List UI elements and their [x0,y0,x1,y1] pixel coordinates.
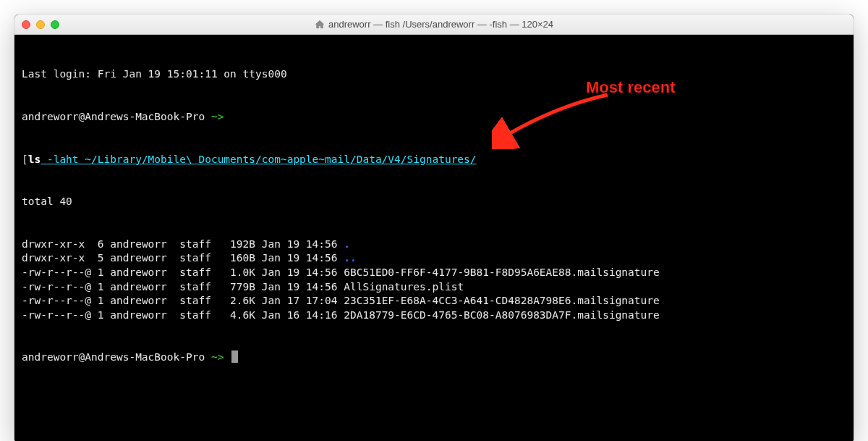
owner: andreworr [104,295,167,306]
owner: andreworr [104,281,167,293]
size: 2.6K [211,295,255,306]
links: 1 [91,295,103,306]
cmd-flags: -laht [41,154,85,165]
total-line: total 40 [22,195,846,209]
prompt-line-1: andreworr@Andrews-MacBook-Pro ~> [22,110,846,125]
perm: -rw-r--r--@ [22,309,91,321]
date: Jan 17 17:04 [255,295,344,306]
prompt-user-host: andreworr@Andrews-MacBook-Pro [22,111,205,122]
window-title-text: andreworr — fish /Users/andreworr — -fis… [328,19,553,30]
date: Jan 19 14:56 [255,266,344,278]
maximize-button[interactable] [51,20,59,29]
date: Jan 19 14:56 [255,252,344,264]
terminal-body[interactable]: Last login: Fri Jan 19 15:01:11 on ttys0… [14,35,854,441]
prompt-line-2[interactable]: andreworr@Andrews-MacBook-Pro ~> [22,350,846,365]
group: staff [167,309,211,321]
perm: drwxr-xr-x [22,252,91,264]
perm: -rw-r--r--@ [22,266,91,278]
links: 6 [91,238,103,250]
filename: 6BC51ED0-FF6F-4177-9B81-F8D95A6EAE88.mai… [344,266,660,278]
perm: -rw-r--r--@ [22,295,91,306]
minimize-button[interactable] [36,20,45,29]
ls-output: drwxr-xr-x 6 andreworr staff 192B Jan 19… [22,238,846,322]
window-title: andreworr — fish /Users/andreworr — -fis… [14,19,854,30]
cmd-ls: ls [28,154,41,165]
titlebar[interactable]: andreworr — fish /Users/andreworr — -fis… [14,14,854,35]
size: 1.0K [211,266,255,278]
filename: 23C351EF-E68A-4CC3-A641-CD4828A798E6.mai… [344,295,660,306]
date: Jan 16 14:16 [255,309,344,321]
cursor [231,350,238,363]
prompt-path-2: ~ [211,351,218,363]
date: Jan 19 14:56 [255,281,344,293]
last-login-line: Last login: Fri Jan 19 15:01:11 on ttys0… [22,67,846,82]
ls-row: drwxr-xr-x 6 andreworr staff 192B Jan 19… [22,238,846,252]
ls-row: -rw-r--r--@ 1 andreworr staff 779B Jan 1… [22,280,846,295]
owner: andreworr [104,252,167,264]
owner: andreworr [104,266,167,278]
perm: drwxr-xr-x [22,238,91,250]
home-icon [315,20,325,30]
owner: andreworr [104,238,167,250]
links: 5 [91,252,103,264]
command-line: [ls -laht ~/Library/Mobile\ Documents/co… [22,153,846,167]
close-button[interactable] [22,20,30,29]
links: 1 [91,309,103,321]
size: 779B [211,281,255,293]
links: 1 [91,266,103,278]
ls-row: -rw-r--r--@ 1 andreworr staff 4.6K Jan 1… [22,308,846,323]
ls-row: drwxr-xr-x 5 andreworr staff 160B Jan 19… [22,251,846,266]
filename: .. [344,252,356,264]
ls-row: -rw-r--r--@ 1 andreworr staff 2.6K Jan 1… [22,294,846,308]
ls-row: -rw-r--r--@ 1 andreworr staff 1.0K Jan 1… [22,266,846,280]
group: staff [167,266,211,278]
prompt-path: ~ [211,111,218,122]
group: staff [167,281,211,293]
cmd-path: ~/Library/Mobile\ Documents/com~apple~ma… [85,154,476,165]
size: 4.6K [211,309,255,321]
links: 1 [91,281,103,293]
date: Jan 19 14:56 [255,238,344,250]
filename: . [344,238,350,250]
prompt-arrow: > [218,111,224,122]
size: 192B [211,238,255,250]
filename: 2DA18779-E6CD-4765-BC08-A8076983DA7F.mai… [344,309,660,321]
perm: -rw-r--r--@ [22,281,91,293]
filename: AllSignatures.plist [344,281,464,293]
size: 160B [211,252,255,264]
owner: andreworr [104,309,167,321]
group: staff [167,295,211,306]
terminal-window: andreworr — fish /Users/andreworr — -fis… [14,14,854,441]
traffic-lights [22,20,59,29]
group: staff [167,252,211,264]
bracket-open: [ [22,154,28,165]
prompt-user-host-2: andreworr@Andrews-MacBook-Pro [22,351,205,363]
prompt-arrow-2: > [218,351,224,363]
group: staff [167,238,211,250]
